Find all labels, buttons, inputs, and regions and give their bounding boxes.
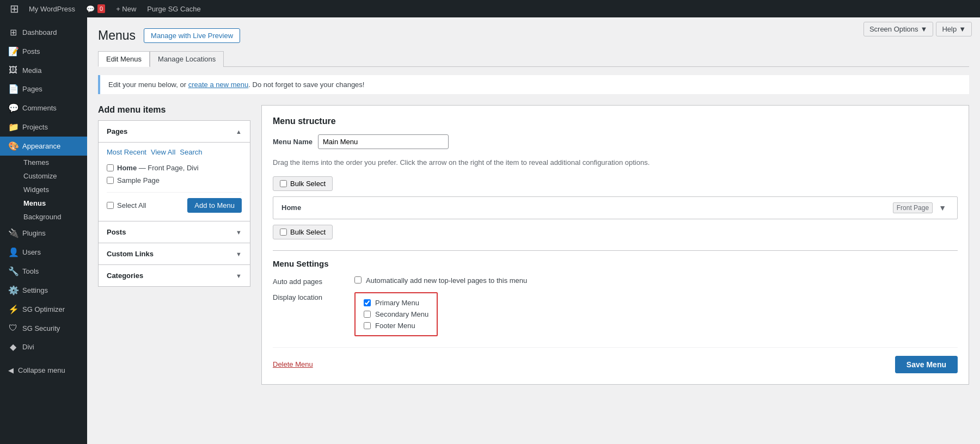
sidebar-item-plugins[interactable]: 🔌 Plugins [0,224,87,243]
accordion-categories-header[interactable]: Categories ▼ [99,265,250,286]
sidebar-collapse[interactable]: ◀ Collapse menu [0,362,87,379]
sidebar-item-label: Posts [22,47,40,55]
top-right-buttons: Screen Options ▼ Help ▼ [863,22,972,36]
secondary-menu-checkbox[interactable] [364,311,371,318]
sidebar-sub-themes[interactable]: Themes [0,156,87,169]
chevron-up-icon: ▲ [236,128,242,135]
main-content: Menus Manage with Live Preview Edit Menu… [87,17,980,444]
location-secondary: Secondary Menu [364,310,428,318]
pages-icon: 📄 [8,84,18,94]
sidebar-item-posts[interactable]: 📝 Posts [0,42,87,61]
select-all-checkbox[interactable] [107,202,114,209]
menu-footer-row: Delete Menu Save Menu [273,347,958,373]
page-home-label: Home — Front Page, Divi [117,164,199,172]
sidebar-item-projects[interactable]: 📁 Projects [0,118,87,137]
page-title: Menus [98,28,136,43]
sidebar-item-sg-optimizer[interactable]: ⚡ SG Optimizer [0,300,87,319]
sidebar-item-appearance[interactable]: 🎨 Appearance [0,137,87,156]
sidebar-sub-customize[interactable]: Customize [0,169,87,183]
pages-tab-links: Most Recent View All Search [107,148,242,156]
primary-menu-checkbox[interactable] [364,299,371,306]
users-icon: 👤 [8,247,18,257]
menu-item-expand-button[interactable]: ▼ [936,202,949,213]
bulk-select-checkbox-top[interactable] [280,180,287,187]
accordion-custom-links-header[interactable]: Custom Links ▼ [99,243,250,264]
sidebar-item-sg-security[interactable]: 🛡 SG Security [0,319,87,337]
admin-bar: ⊞ My WordPress 💬 0 + New Purge SG Cache [0,0,980,17]
projects-icon: 📁 [8,122,18,132]
location-primary: Primary Menu [364,299,428,307]
sidebar-sub-background[interactable]: Background [0,210,87,224]
adminbar-site[interactable]: My WordPress [23,0,81,17]
save-menu-button[interactable]: Save Menu [895,356,958,373]
menu-item-badge: Front Page ▼ [893,202,949,213]
menu-name-label: Menu Name [273,138,313,146]
accordion-categories: Categories ▼ [98,265,250,287]
page-home-checkbox[interactable] [107,164,114,171]
menu-structure-panel: Menu structure Menu Name Drag the items … [261,105,969,385]
footer-menu-label: Footer Menu [375,322,415,330]
select-all-row: Select All Add to Menu [107,192,242,213]
sidebar-sub-widgets[interactable]: Widgets [0,183,87,196]
delete-menu-button[interactable]: Delete Menu [273,360,313,368]
accordion-pages-content: Most Recent View All Search Home — Front… [99,142,250,221]
divi-icon: ◆ [8,342,18,352]
sidebar-sub-menus[interactable]: Menus [0,196,87,210]
adminbar-purge[interactable]: Purge SG Cache [142,0,206,17]
menu-item-name: Home [281,203,301,212]
sidebar-item-comments[interactable]: 💬 Comments [0,98,87,118]
footer-menu-checkbox[interactable] [364,322,371,329]
notice-bar: Edit your menu below, or create a new me… [98,75,969,94]
auto-add-checkbox[interactable] [354,276,362,283]
sidebar-item-label: Tools [22,267,39,275]
tab-manage-locations[interactable]: Manage Locations [150,51,224,67]
accordion-custom-links: Custom Links ▼ [98,243,250,265]
chevron-down-icon: ▼ [236,229,242,236]
tab-edit-menus[interactable]: Edit Menus [98,51,150,67]
view-all-link[interactable]: View All [151,148,175,156]
menu-item-home: Home Front Page ▼ [273,196,958,219]
sidebar-item-dashboard[interactable]: ⊞ Dashboard [0,23,87,42]
add-to-menu-button[interactable]: Add to Menu [187,198,242,213]
settings-icon: ⚙️ [8,285,18,295]
bulk-select-checkbox-bottom[interactable] [280,229,287,236]
bulk-select-button-bottom[interactable]: Bulk Select [273,225,333,239]
page-sample-checkbox[interactable] [107,177,114,184]
sidebar-item-label: Divi [22,343,34,351]
sidebar-item-label: Projects [22,123,48,131]
posts-icon: 📝 [8,46,18,57]
bulk-select-button-top[interactable]: Bulk Select [273,176,333,191]
menu-settings-title: Menu Settings [273,259,958,268]
sidebar-item-label: Media [22,66,41,75]
sidebar-item-label: Pages [22,85,42,93]
menu-name-input[interactable] [318,134,449,149]
sidebar-item-settings[interactable]: ⚙️ Settings [0,281,87,300]
live-preview-button[interactable]: Manage with Live Preview [144,28,240,43]
sidebar-item-users[interactable]: 👤 Users [0,243,87,262]
plugins-icon: 🔌 [8,228,18,238]
sidebar-item-label: Settings [22,286,48,294]
adminbar-new[interactable]: + New [111,0,142,17]
most-recent-link[interactable]: Most Recent [107,148,146,156]
accordion-posts-header[interactable]: Posts ▼ [99,221,250,243]
adminbar-comments[interactable]: 💬 0 [81,0,111,17]
sidebar-item-pages[interactable]: 📄 Pages [0,79,87,98]
auto-add-row: Auto add pages Automatically add new top… [273,276,958,286]
search-link[interactable]: Search [180,148,202,156]
page-item-sample: Sample Page [107,174,242,187]
chevron-down-icon2: ▼ [236,251,242,257]
sidebar-item-tools[interactable]: 🔧 Tools [0,262,87,281]
sidebar-item-label: Plugins [22,229,46,237]
help-button[interactable]: Help ▼ [936,22,972,36]
sidebar-item-divi[interactable]: ◆ Divi [0,337,87,356]
sidebar-item-media[interactable]: 🖼 Media [0,61,87,79]
accordion-pages-header[interactable]: Pages ▲ [99,121,250,142]
drag-hint: Drag the items into the order you prefer… [273,157,958,168]
select-all-label[interactable]: Select All [107,201,146,209]
content-area: Add menu items Pages ▲ Most Recent View … [98,105,969,385]
create-new-menu-link[interactable]: create a new menu [188,81,249,89]
screen-options-button[interactable]: Screen Options ▼ [863,22,933,36]
wp-logo[interactable]: ⊞ [5,0,23,17]
primary-menu-label: Primary Menu [375,299,419,307]
auto-add-hint: Automatically add new top-level pages to… [366,276,527,285]
